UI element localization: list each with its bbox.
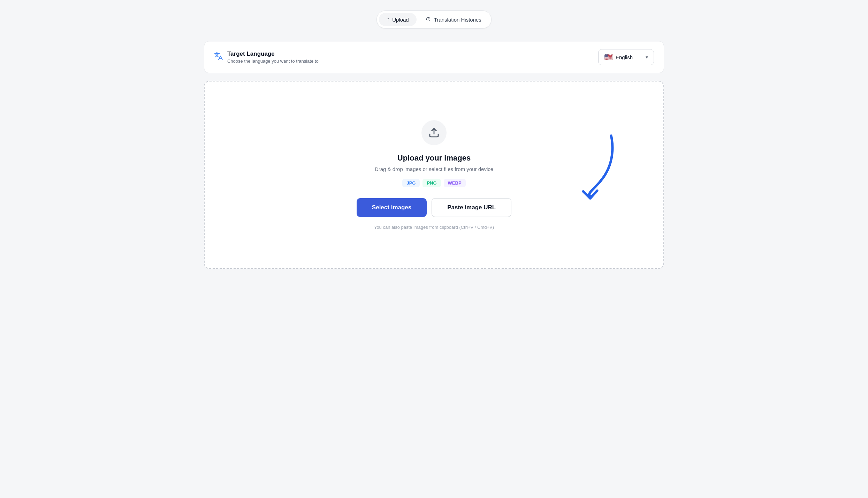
- language-selector-button[interactable]: 🇺🇸 English ▾: [598, 49, 654, 65]
- target-language-subtitle: Choose the language you want to translat…: [227, 59, 319, 64]
- target-language-left: Target Language Choose the language you …: [214, 50, 319, 64]
- target-language-card: Target Language Choose the language you …: [204, 41, 664, 73]
- selected-language: English: [616, 54, 633, 60]
- tab-upload[interactable]: ↑ Upload: [379, 13, 417, 26]
- flag-icon: 🇺🇸: [604, 53, 613, 61]
- language-selector-inner: 🇺🇸 English: [604, 53, 633, 61]
- chevron-down-icon: ▾: [646, 54, 648, 60]
- clipboard-hint: You can also paste images from clipboard…: [374, 225, 494, 230]
- badge-png: PNG: [422, 179, 441, 187]
- badge-webp: WEBP: [444, 179, 466, 187]
- tab-history[interactable]: ⏱ Translation Histories: [418, 13, 489, 26]
- translate-icon: [214, 52, 223, 63]
- badge-jpg: JPG: [402, 179, 420, 187]
- arrow-annotation: [580, 132, 622, 203]
- history-icon: ⏱: [426, 16, 431, 23]
- main-content: Target Language Choose the language you …: [204, 41, 664, 269]
- target-language-title: Target Language: [227, 50, 319, 57]
- tab-upload-label: Upload: [392, 17, 409, 23]
- paste-url-button[interactable]: Paste image URL: [432, 198, 511, 217]
- select-images-button[interactable]: Select images: [357, 198, 427, 217]
- upload-icon: ↑: [387, 16, 389, 23]
- target-language-text: Target Language Choose the language you …: [227, 50, 319, 64]
- arrow-svg: [580, 132, 622, 202]
- upload-subtitle: Drag & drop images or select files from …: [375, 166, 493, 172]
- upload-dropzone[interactable]: Upload your images Drag & drop images or…: [204, 81, 664, 269]
- tab-history-label: Translation Histories: [434, 17, 481, 23]
- upload-arrow-icon: [428, 127, 440, 138]
- upload-title: Upload your images: [397, 154, 471, 163]
- format-badges: JPG PNG WEBP: [402, 179, 465, 187]
- upload-icon-circle: [421, 120, 447, 145]
- top-nav: ↑ Upload ⏱ Translation Histories: [376, 10, 492, 29]
- action-buttons: Select images Paste image URL: [357, 198, 511, 217]
